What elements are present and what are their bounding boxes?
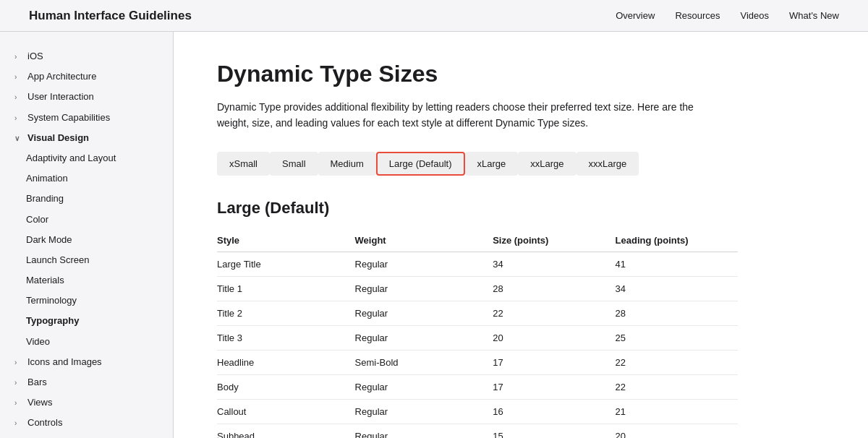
chevron-down-icon: ∨ [14, 134, 23, 142]
sidebar-item-bars[interactable]: › Bars [0, 372, 173, 392]
cell-leading: 22 [616, 350, 738, 374]
col-header-style: Style [217, 229, 355, 252]
sidebar-item-icons-images[interactable]: › Icons and Images [0, 352, 173, 372]
cell-style: Subhead [217, 424, 355, 438]
tab-medium[interactable]: Medium [318, 152, 376, 176]
cell-style: Headline [217, 350, 355, 374]
sidebar-item-launch-screen[interactable]: Launch Screen [0, 250, 173, 270]
tab-xxxlarge[interactable]: xxxLarge [576, 152, 639, 176]
chevron-icon: › [14, 72, 23, 81]
sidebar-item-label: Bars [27, 376, 47, 389]
chevron-icon: › [14, 378, 23, 387]
sidebar-item-label: Views [27, 396, 52, 409]
nav-videos[interactable]: Videos [741, 10, 770, 21]
sidebar-item-controls[interactable]: › Controls [0, 413, 173, 433]
sidebar-item-terminology[interactable]: Terminology [0, 291, 173, 311]
table-row: Title 1 Regular 28 34 [217, 276, 738, 301]
table-row: Title 2 Regular 22 28 [217, 301, 738, 325]
cell-weight: Regular [355, 301, 493, 325]
sidebar-item-label: Animation [26, 172, 68, 185]
col-header-size: Size (points) [493, 229, 615, 252]
tab-xlarge[interactable]: xLarge [465, 152, 519, 176]
cell-leading: 41 [616, 252, 738, 276]
chevron-icon: › [14, 398, 23, 407]
sidebar-item-animation[interactable]: Animation [0, 168, 173, 189]
chevron-icon: › [14, 358, 23, 366]
sidebar-item-app-architecture[interactable]: › App Architecture [0, 66, 173, 87]
table-row: Large Title Regular 34 41 [217, 252, 738, 276]
sidebar-item-dark-mode[interactable]: Dark Mode [0, 230, 173, 250]
cell-style: Body [217, 374, 355, 399]
nav-overview[interactable]: Overview [616, 10, 655, 21]
sidebar-item-materials[interactable]: Materials [0, 270, 173, 291]
sidebar-item-label: iOS [27, 50, 43, 63]
sidebar-item-label: Video [26, 335, 50, 348]
cell-weight: Regular [355, 325, 493, 350]
sidebar-item-adaptivity[interactable]: Adaptivity and Layout [0, 148, 173, 168]
sidebar-item-color[interactable]: Color [0, 210, 173, 230]
sidebar-item-label: App Architecture [27, 70, 96, 83]
chevron-icon: › [14, 52, 23, 61]
cell-leading: 22 [616, 374, 738, 399]
sidebar-item-extensions[interactable]: › Extensions [0, 434, 173, 438]
cell-weight: Regular [355, 374, 493, 399]
table-row: Body Regular 17 22 [217, 374, 738, 399]
sidebar-item-label: User Interaction [27, 90, 94, 103]
sidebar-item-user-interaction[interactable]: › User Interaction [0, 87, 173, 107]
col-header-leading: Leading (points) [616, 229, 738, 252]
tab-xxlarge[interactable]: xxLarge [518, 152, 576, 176]
sidebar-item-label: Color [26, 213, 48, 226]
sidebar: › iOS › App Architecture › User Interact… [0, 32, 174, 438]
col-header-weight: Weight [355, 229, 493, 252]
header: Human Interface Guidelines Overview Reso… [0, 0, 868, 32]
cell-weight: Regular [355, 399, 493, 424]
sidebar-item-views[interactable]: › Views [0, 392, 173, 413]
cell-style: Callout [217, 399, 355, 424]
chevron-icon: › [14, 113, 23, 122]
cell-size: 15 [493, 424, 615, 438]
table-row: Subhead Regular 15 20 [217, 424, 738, 438]
cell-style: Title 3 [217, 325, 355, 350]
cell-weight: Regular [355, 252, 493, 276]
sidebar-item-label: System Capabilities [27, 111, 110, 124]
table-header-row: Style Weight Size (points) Leading (poin… [217, 229, 738, 252]
sidebar-item-ios[interactable]: › iOS [0, 46, 173, 66]
sidebar-item-label: Materials [26, 274, 64, 287]
chevron-icon: › [14, 93, 23, 101]
cell-size: 20 [493, 325, 615, 350]
sidebar-item-label: Adaptivity and Layout [26, 152, 116, 165]
sidebar-item-branding[interactable]: Branding [0, 189, 173, 209]
cell-size: 17 [493, 374, 615, 399]
cell-size: 34 [493, 252, 615, 276]
cell-weight: Regular [355, 424, 493, 438]
cell-weight: Regular [355, 276, 493, 301]
nav-resources[interactable]: Resources [675, 10, 720, 21]
tab-xsmall[interactable]: xSmall [217, 152, 270, 176]
header-nav: Overview Resources Videos What's New [616, 10, 839, 21]
cell-style: Large Title [217, 252, 355, 276]
sidebar-item-label: Terminology [26, 294, 77, 307]
nav-whats-new[interactable]: What's New [789, 10, 839, 21]
cell-style: Title 1 [217, 276, 355, 301]
cell-leading: 20 [616, 424, 738, 438]
sidebar-item-label: Controls [27, 416, 62, 429]
sidebar-item-typography[interactable]: Typography [0, 311, 173, 331]
sidebar-item-visual-design[interactable]: ∨ Visual Design [0, 128, 173, 148]
sidebar-item-video[interactable]: Video [0, 332, 173, 352]
sidebar-item-label: Typography [26, 314, 79, 327]
typography-table: Style Weight Size (points) Leading (poin… [217, 229, 738, 438]
cell-size: 17 [493, 350, 615, 374]
sidebar-item-label: Dark Mode [26, 233, 72, 246]
sidebar-item-label: Launch Screen [26, 254, 89, 267]
table-row: Callout Regular 16 21 [217, 399, 738, 424]
tab-bar: xSmall Small Medium Large (Default) xLar… [217, 152, 825, 176]
sidebar-item-system-capabilities[interactable]: › System Capabilities [0, 108, 173, 128]
cell-style: Title 2 [217, 301, 355, 325]
cell-size: 22 [493, 301, 615, 325]
cell-weight: Semi-Bold [355, 350, 493, 374]
tab-large-default[interactable]: Large (Default) [376, 152, 465, 176]
tab-small[interactable]: Small [270, 152, 318, 176]
section-heading: Large (Default) [217, 199, 825, 218]
cell-size: 28 [493, 276, 615, 301]
table-row: Title 3 Regular 20 25 [217, 325, 738, 350]
